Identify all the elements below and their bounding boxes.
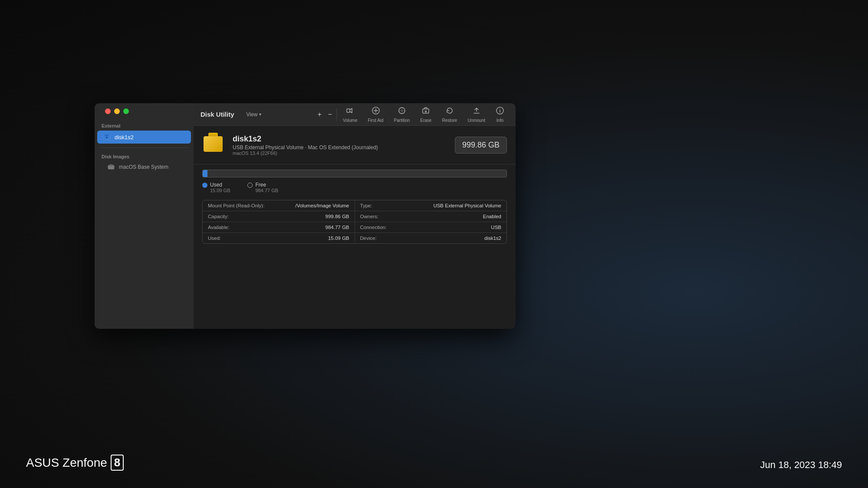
svg-rect-5 (347, 109, 350, 112)
storage-section: Used 15.09 GB Free 984.77 GB (194, 164, 516, 198)
details-cell-right: Connection:USB (355, 222, 507, 233)
disk-size-badge: 999.86 GB (455, 137, 507, 154)
unmount-label: Unmount (467, 118, 485, 123)
volume-label: Volume (343, 118, 357, 123)
restore-icon (445, 106, 454, 117)
sidebar-divider (100, 147, 188, 148)
unmount-button[interactable]: Unmount (463, 105, 490, 124)
device-name: ASUS Zenfone (26, 456, 107, 470)
cell-label: Used: (208, 236, 221, 241)
cell-value: /Volumes/Image Volume (295, 203, 349, 208)
macos-base-label: macOS Base System (119, 164, 168, 170)
maximize-button[interactable] (123, 108, 129, 114)
volume-icon (346, 106, 355, 117)
cell-value: 15.09 GB (328, 236, 349, 241)
timestamp: Jun 18, 2023 18:49 (760, 459, 842, 471)
disk1s2-label: disk1s2 (115, 134, 134, 141)
toolbar: Disk Utility View ▾ + − (194, 103, 516, 126)
free-legend: Free 984.77 GB (247, 182, 278, 193)
info-icon (496, 106, 504, 117)
svg-rect-4 (109, 164, 113, 166)
sidebar-item-disk1s2[interactable]: disk1s2 (97, 131, 191, 144)
svg-rect-1 (105, 134, 109, 136)
device-badge: 8 (111, 455, 124, 471)
close-button[interactable] (105, 108, 111, 114)
cell-value: 984.77 GB (326, 225, 349, 230)
details-cell-right: Device:disk1s2 (355, 233, 507, 243)
storage-legend: Used 15.09 GB Free 984.77 GB (202, 182, 507, 193)
svg-point-2 (106, 137, 108, 138)
cell-value: Enabled (483, 214, 501, 219)
chevron-down-icon: ▾ (259, 112, 261, 117)
details-cell-right: Owners:Enabled (355, 211, 507, 222)
first-aid-button[interactable]: First Aid (363, 105, 388, 124)
cell-value: 999.86 GB (326, 214, 349, 219)
free-label: Free (255, 182, 278, 188)
disk-version: macOS 13.4 (22F66) (233, 151, 449, 156)
view-button[interactable]: View ▾ (243, 110, 265, 119)
add-remove-group: + − (315, 110, 335, 119)
details-cell-left: Capacity:999.86 GB (203, 211, 355, 222)
cell-value: USB (491, 225, 501, 230)
usb-drive-icon (202, 133, 224, 154)
app-title: Disk Utility (201, 111, 234, 118)
details-row: Used:15.09 GBDevice:disk1s2 (203, 233, 506, 243)
restore-label: Restore (442, 118, 457, 123)
add-button[interactable]: + (315, 110, 324, 119)
macos-disk-icon (107, 163, 115, 171)
unmount-icon (472, 106, 481, 117)
remove-button[interactable]: − (325, 110, 335, 119)
svg-point-7 (399, 108, 405, 114)
details-row: Available:984.77 GBConnection:USB (203, 222, 506, 233)
title-text: Disk Utility (201, 111, 234, 118)
restore-button[interactable]: Restore (437, 105, 461, 124)
external-disk-icon (102, 133, 111, 141)
erase-button[interactable]: Erase (416, 105, 436, 124)
device-label: ASUS Zenfone 8 (26, 455, 124, 471)
sidebar: External disk1s2 Disk Images macOS Base … (95, 103, 194, 329)
cell-label: Type: (360, 203, 372, 208)
free-dot (247, 183, 253, 188)
cell-label: Capacity: (208, 214, 229, 219)
first-aid-label: First Aid (368, 118, 383, 123)
disk-description: USB External Physical Volume · Mac OS Ex… (233, 144, 449, 151)
details-table: Mount Point (Read-Only):/Volumes/Image V… (202, 200, 507, 244)
svg-point-10 (500, 108, 500, 109)
minimize-button[interactable] (114, 108, 120, 114)
disk-icon-large (202, 133, 227, 157)
window-controls (99, 103, 135, 119)
erase-label: Erase (420, 118, 431, 123)
cell-label: Connection: (360, 225, 387, 230)
erase-icon (421, 106, 430, 117)
cell-label: Device: (360, 236, 377, 241)
external-section-label: External (95, 121, 194, 130)
used-label: Used (210, 182, 230, 188)
sidebar-item-macos-base[interactable]: macOS Base System (95, 161, 194, 173)
toolbar-separator (336, 108, 337, 121)
view-label: View (247, 111, 258, 118)
disk-images-label: Disk Images (95, 151, 194, 161)
first-aid-icon (372, 106, 380, 117)
info-label: Info (496, 118, 504, 123)
free-text: Free 984.77 GB (255, 182, 278, 193)
toolbar-actions: Volume First Aid (339, 105, 509, 124)
volume-button[interactable]: Volume (339, 105, 362, 124)
details-cell-left: Used:15.09 GB (203, 233, 355, 243)
cell-label: Available: (208, 225, 230, 230)
details-row: Mount Point (Read-Only):/Volumes/Image V… (203, 200, 506, 211)
partition-icon (398, 106, 406, 117)
cell-value: disk1s2 (484, 236, 501, 241)
details-cell-left: Mount Point (Read-Only):/Volumes/Image V… (203, 200, 355, 211)
info-button[interactable]: Info (491, 105, 509, 124)
details-cell-right: Type:USB External Physical Volume (355, 200, 507, 211)
cell-label: Mount Point (Read-Only): (208, 203, 264, 208)
storage-bar (202, 170, 507, 177)
partition-label: Partition (394, 118, 410, 123)
disk-header: disk1s2 USB External Physical Volume · M… (194, 126, 516, 164)
details-row: Capacity:999.86 GBOwners:Enabled (203, 211, 506, 222)
cell-value: USB External Physical Volume (433, 203, 501, 208)
used-dot (202, 183, 207, 188)
used-text: Used 15.09 GB (210, 182, 230, 193)
used-legend: Used 15.09 GB (202, 182, 230, 193)
partition-button[interactable]: Partition (390, 105, 414, 124)
